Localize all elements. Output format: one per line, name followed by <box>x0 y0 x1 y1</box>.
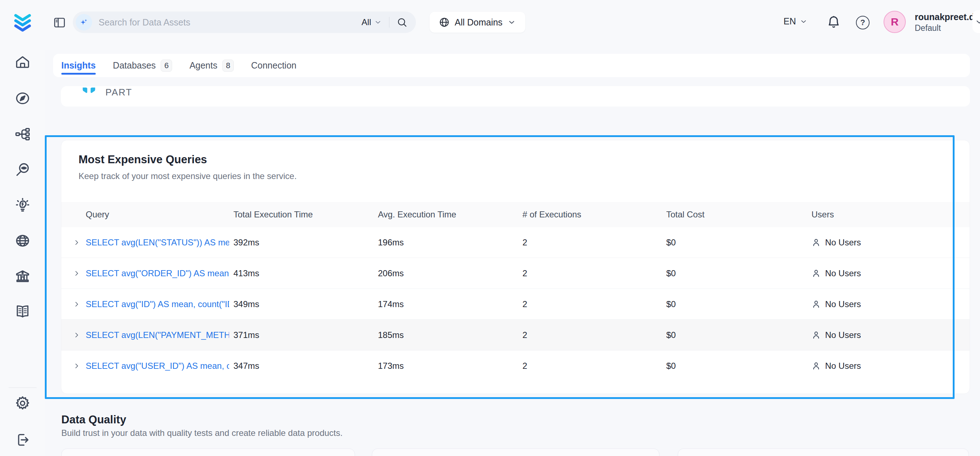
users-cell: No Users <box>811 361 970 371</box>
table-row[interactable]: SELECT avg("USER_ID") AS mean, cou... 34… <box>61 351 970 381</box>
total-cost-value: $0 <box>666 330 811 340</box>
sidebar-toggle-button[interactable] <box>53 16 66 29</box>
globe-icon <box>439 17 450 28</box>
sidebar-item-explore[interactable] <box>14 90 31 107</box>
data-quality-card[interactable] <box>678 448 969 456</box>
chevron-right-icon <box>73 331 81 339</box>
data-quality-title: Data Quality <box>61 413 126 426</box>
sidebar-item-logout[interactable] <box>14 432 31 448</box>
observability-search-eye-icon <box>15 162 30 178</box>
users-value: No Users <box>825 238 861 247</box>
data-quality-subtitle: Build trust in your data with quality te… <box>61 428 342 438</box>
executions-count-value: 2 <box>522 268 666 278</box>
expand-row-button[interactable] <box>73 239 86 247</box>
table-row[interactable]: SELECT avg(LEN("PAYMENT_METHOD... 371ms … <box>61 320 970 351</box>
chevron-down-icon <box>800 18 808 26</box>
sidebar-item-glossary[interactable] <box>14 303 31 320</box>
language-selector[interactable]: EN <box>783 16 808 27</box>
sidebar-item-observability[interactable] <box>14 161 31 178</box>
bell-icon <box>827 15 841 29</box>
user-avatar[interactable]: R <box>883 11 906 33</box>
data-quality-card[interactable] <box>372 448 659 456</box>
avg-execution-time-value: 174ms <box>378 299 522 309</box>
user-menu[interactable]: rounakpreet.d Default <box>915 11 979 33</box>
user-icon <box>811 300 821 309</box>
help-button[interactable]: ? <box>856 16 870 29</box>
data-quality-card[interactable] <box>61 448 355 456</box>
openmetadata-logo-icon <box>12 11 33 32</box>
query-link[interactable]: SELECT avg(LEN("STATUS")) AS mean... <box>86 238 229 247</box>
sidebar-item-insights[interactable] <box>14 197 31 214</box>
expand-row-button[interactable] <box>73 331 86 339</box>
query-link[interactable]: SELECT avg("ORDER_ID") AS mean, co... <box>86 268 229 278</box>
tab-agents[interactable]: Agents 8 <box>189 54 234 77</box>
home-icon <box>15 54 30 70</box>
global-search-bar[interactable]: All <box>73 11 416 33</box>
snowflake-icon <box>82 88 96 97</box>
total-execution-time-value: 371ms <box>234 330 378 340</box>
chevron-right-icon <box>73 362 81 370</box>
left-sidebar <box>0 0 45 456</box>
avg-execution-time-value: 173ms <box>378 361 522 371</box>
glossary-book-icon <box>15 303 30 319</box>
expensive-queries-table: Query Total Execution Time Avg. Executio… <box>61 202 970 381</box>
table-row[interactable]: SELECT avg("ID") AS mean, count("ID"... … <box>61 289 970 320</box>
notifications-button[interactable] <box>827 15 841 31</box>
sidebar-item-governance[interactable] <box>14 268 31 284</box>
explore-compass-icon <box>15 91 30 106</box>
service-tabs: Insights Databases 6 Agents 8 Connection <box>53 54 970 77</box>
column-header-total-time: Total Execution Time <box>234 209 378 220</box>
table-header-row: Query Total Execution Time Avg. Executio… <box>61 202 970 227</box>
total-execution-time-value: 392ms <box>234 238 378 247</box>
expand-row-button[interactable] <box>73 362 86 370</box>
sidebar-item-lineage[interactable] <box>14 126 31 142</box>
ai-search-toggle[interactable] <box>76 14 92 30</box>
expand-row-button[interactable] <box>73 300 86 308</box>
user-icon <box>811 361 821 371</box>
tab-label: Databases <box>113 60 156 71</box>
column-header-users: Users <box>811 209 970 220</box>
tab-databases[interactable]: Databases 6 <box>113 54 172 77</box>
sidebar-item-settings[interactable] <box>14 395 31 411</box>
domains-dropdown[interactable]: All Domains <box>430 12 525 33</box>
expand-row-button[interactable] <box>73 269 86 277</box>
total-cost-value: $0 <box>666 268 811 278</box>
section-title: Most Expensive Queries <box>78 153 970 166</box>
search-icon[interactable] <box>396 17 407 28</box>
query-link[interactable]: SELECT avg(LEN("PAYMENT_METHOD... <box>86 330 229 340</box>
users-value: No Users <box>825 330 861 340</box>
table-row[interactable]: SELECT avg("ORDER_ID") AS mean, co... 41… <box>61 258 970 289</box>
query-link[interactable]: SELECT avg("ID") AS mean, count("ID"... <box>86 299 229 309</box>
tab-count-badge: 6 <box>161 59 172 72</box>
chevron-right-icon <box>73 239 81 247</box>
chevron-right-icon <box>73 269 81 277</box>
search-scope-label: All <box>361 17 371 27</box>
tab-label: Insights <box>61 60 96 71</box>
tab-connection[interactable]: Connection <box>251 54 296 77</box>
query-link[interactable]: SELECT avg("USER_ID") AS mean, cou... <box>86 361 229 371</box>
avg-execution-time-value: 185ms <box>378 330 522 340</box>
total-cost-value: $0 <box>666 299 811 309</box>
users-value: No Users <box>825 361 861 371</box>
avg-execution-time-value: 196ms <box>378 238 522 247</box>
tab-label: Agents <box>189 60 217 71</box>
executions-count-value: 2 <box>522 299 666 309</box>
language-label: EN <box>783 16 796 27</box>
users-cell: No Users <box>811 299 970 309</box>
sidebar-item-home[interactable] <box>14 54 31 70</box>
user-menu-caret[interactable] <box>975 17 980 28</box>
panel-toggle-icon <box>53 16 66 29</box>
user-icon <box>811 269 821 278</box>
avatar-initial: R <box>891 16 899 28</box>
app-logo[interactable] <box>11 10 34 33</box>
table-row[interactable]: SELECT avg(LEN("STATUS")) AS mean... 392… <box>61 227 970 258</box>
users-value: No Users <box>825 299 861 309</box>
search-scope-dropdown[interactable]: All <box>361 17 382 27</box>
total-cost-value: $0 <box>666 238 811 247</box>
search-input[interactable] <box>92 17 361 28</box>
tab-insights[interactable]: Insights <box>61 54 96 77</box>
chevron-down-icon <box>975 17 980 27</box>
sidebar-item-domains[interactable] <box>14 233 31 249</box>
user-role: Default <box>915 22 979 33</box>
table-row-part[interactable]: PART <box>82 86 970 103</box>
